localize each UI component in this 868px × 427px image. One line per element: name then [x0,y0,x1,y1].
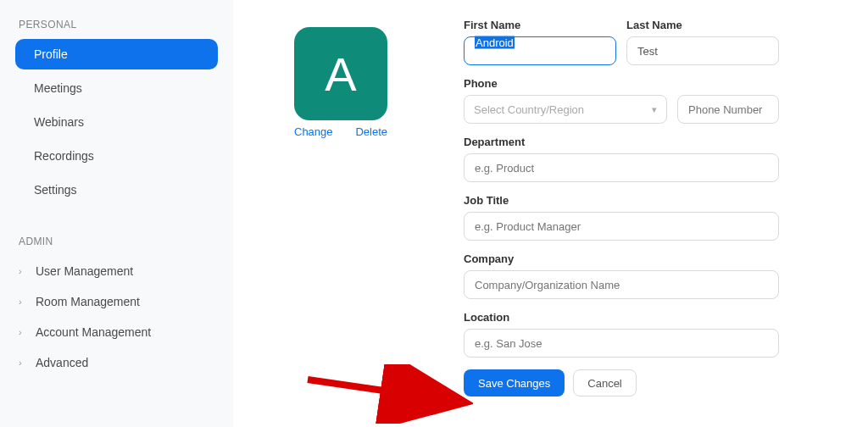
company-label: Company [464,252,779,265]
job-title-label: Job Title [464,194,779,207]
admin-item-advanced[interactable]: › Advanced [15,347,218,378]
nav-item-recordings[interactable]: Recordings [15,141,218,171]
sidebar: PERSONAL Profile Meetings Webinars Recor… [0,0,233,427]
admin-item-label: User Management [36,264,133,278]
first-name-input[interactable] [464,36,616,65]
annotation-arrow [303,364,473,424]
phone-number-input[interactable] [677,95,779,124]
company-input[interactable] [464,270,779,299]
nav-item-meetings[interactable]: Meetings [15,73,218,103]
section-admin: ADMIN › User Management › Room Managemen… [15,236,218,378]
job-title-input[interactable] [464,212,779,241]
profile-form: First Name Android Last Name Phone Selec… [464,19,779,396]
avatar-block: A Change Delete [294,27,387,138]
nav-item-label: Settings [34,183,77,197]
admin-item-label: Room Management [36,295,140,308]
phone-country-select[interactable] [464,95,667,124]
last-name-input[interactable] [626,36,779,65]
department-label: Department [464,136,779,148]
chevron-right-icon: › [19,266,29,276]
admin-item-user-management[interactable]: › User Management [15,256,218,286]
nav-item-label: Webinars [34,115,84,129]
nav-item-profile[interactable]: Profile [15,39,218,69]
nav-item-label: Recordings [34,149,94,163]
section-header-personal: PERSONAL [19,19,218,30]
admin-item-account-management[interactable]: › Account Management [15,317,218,347]
admin-item-label: Account Management [36,325,151,339]
content: A Change Delete First Name Android Last … [233,0,868,27]
nav-item-webinars[interactable]: Webinars [15,107,218,137]
chevron-right-icon: › [19,327,29,337]
cancel-button-label: Cancel [587,377,621,390]
phone-label: Phone [464,77,779,90]
avatar-change-link[interactable]: Change [294,125,333,138]
admin-item-room-management[interactable]: › Room Management [15,286,218,317]
avatar[interactable]: A [294,27,387,120]
section-header-admin: ADMIN [19,236,218,247]
save-button[interactable]: Save Changes [464,369,565,396]
department-input[interactable] [464,153,779,182]
location-input[interactable] [464,329,779,358]
nav-item-label: Meetings [34,81,82,95]
svg-line-1 [308,380,448,400]
location-label: Location [464,311,779,324]
nav-item-label: Profile [34,47,68,61]
chevron-right-icon: › [19,297,29,307]
last-name-label: Last Name [626,19,779,31]
avatar-delete-link[interactable]: Delete [355,125,387,138]
chevron-right-icon: › [19,358,29,368]
avatar-links: Change Delete [294,125,387,138]
first-name-label: First Name [464,19,616,31]
save-button-label: Save Changes [478,377,550,390]
cancel-button[interactable]: Cancel [573,369,636,396]
nav-item-settings[interactable]: Settings [15,175,218,205]
avatar-initial: A [325,47,356,102]
admin-item-label: Advanced [36,356,88,369]
